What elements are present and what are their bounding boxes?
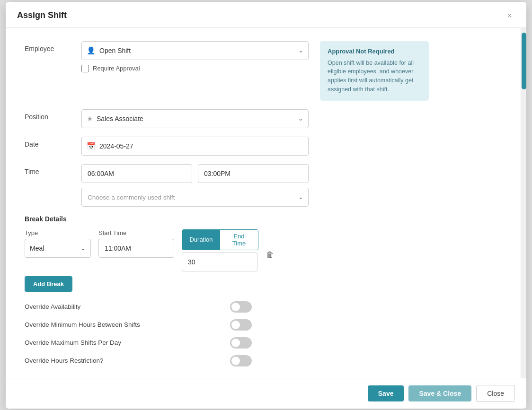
employee-label: Employee [25,41,81,52]
modal-close-icon[interactable]: × [504,10,515,21]
scrollbar-track [521,28,526,378]
time-controls: Choose a commonly used shift ⌄ [81,164,309,207]
employee-chevron-icon: ⌄ [298,47,303,54]
position-select[interactable]: Sales Associate [97,115,298,122]
scrollbar-thumb[interactable] [522,33,526,89]
override-hours-restriction-slider [230,355,252,366]
calendar-icon: 📅 [87,142,96,150]
override-availability-row: Override Availability [25,301,252,313]
star-icon: ★ [87,114,93,123]
require-approval-checkbox[interactable] [81,65,89,72]
override-min-hours-toggle[interactable] [230,319,252,331]
break-fields-row: Type Meal Rest ⌄ Start Time [25,229,507,271]
override-min-hours-row: Override Minimum Hours Between Shifts [25,319,252,331]
break-type-select[interactable]: Meal Rest [30,244,80,252]
date-label: Date [25,137,81,148]
info-box: Approval Not Required Open shift will be… [320,41,429,101]
info-box-text: Open shift will be available for all eli… [328,59,421,94]
position-row: Position ★ Sales Associate ⌄ [25,109,507,128]
position-controls: ★ Sales Associate ⌄ [81,109,309,128]
save-button[interactable]: Save [368,385,404,401]
break-details-title: Break Details [25,215,507,223]
break-type-select-wrapper[interactable]: Meal Rest ⌄ [25,239,91,258]
override-min-hours-slider [230,319,252,331]
overrides-section: Override Availability Override Minimum H… [25,301,507,366]
close-button[interactable]: Close [476,385,515,402]
override-hours-restriction-toggle[interactable] [230,355,252,366]
time-inputs [81,164,309,183]
save-close-button[interactable]: Save & Close [408,385,471,401]
position-label: Position [25,109,81,121]
end-time-button[interactable]: End Time [220,230,258,250]
break-start-col: Start Time [98,229,174,258]
duration-button[interactable]: Duration [182,230,220,250]
break-duration-input[interactable] [182,253,257,271]
break-type-label: Type [25,229,91,236]
date-input-wrapper[interactable]: 📅 [81,137,309,156]
common-shift-wrapper: Choose a commonly used shift ⌄ [81,188,309,207]
modal-header: Assign Shift × [6,2,526,28]
add-break-button[interactable]: Add Break [25,276,72,292]
duration-toggle: Duration End Time [182,229,258,250]
user-icon: 👤 [87,46,96,55]
time-row: Time Choose a commonly used shift ⌄ [25,164,507,207]
employee-row: Employee 👤 Open Shift ⌄ Require Approval [25,41,507,101]
common-shift-select[interactable] [87,193,298,201]
common-shift-chevron-icon: ⌄ [298,193,303,201]
break-delete-col: 🗑 [266,229,274,260]
position-chevron-icon: ⌄ [298,115,303,122]
override-availability-label: Override Availability [25,303,80,310]
sidebar-info: Approval Not Required Open shift will be… [320,41,429,101]
require-approval-row: Require Approval [81,65,309,72]
modal-footer: Save Save & Close Close [6,378,526,409]
date-input[interactable] [99,142,303,150]
assign-shift-modal: Assign Shift × Employee 👤 Open Shift ⌄ [6,2,526,409]
break-details-section: Break Details Type Meal Rest ⌄ [25,215,507,271]
override-max-shifts-toggle[interactable] [230,337,252,349]
override-availability-toggle[interactable] [230,301,252,313]
override-max-shifts-slider [230,337,252,349]
date-controls: 📅 [81,137,309,156]
time-label: Time [25,164,81,175]
break-type-chevron-icon: ⌄ [80,244,86,252]
break-type-col: Type Meal Rest ⌄ [25,229,91,258]
info-box-title: Approval Not Required [328,48,421,55]
override-max-shifts-row: Override Maximum Shifts Per Day [25,337,252,349]
require-approval-label: Require Approval [93,65,140,72]
override-hours-restriction-row: Override Hours Restriction? [25,355,252,366]
modal-main-content: Employee 👤 Open Shift ⌄ Require Approval [6,28,521,378]
break-start-label: Start Time [98,229,174,236]
time-end-input[interactable] [198,164,309,183]
break-delete-button[interactable]: 🗑 [266,250,274,260]
time-start-input[interactable] [81,164,192,183]
employee-select-wrapper[interactable]: 👤 Open Shift ⌄ [81,41,309,60]
date-row: Date 📅 [25,137,507,156]
override-availability-slider [230,301,252,313]
position-select-wrapper[interactable]: ★ Sales Associate ⌄ [81,109,309,128]
override-hours-restriction-label: Override Hours Restriction? [25,357,104,364]
common-shift-select-wrapper[interactable]: Choose a commonly used shift ⌄ [81,188,309,207]
modal-body: Employee 👤 Open Shift ⌄ Require Approval [6,28,526,378]
employee-select[interactable]: Open Shift [99,47,298,54]
break-start-input[interactable] [98,239,174,258]
break-duration-col: Duration End Time [182,229,258,271]
override-max-shifts-label: Override Maximum Shifts Per Day [25,339,121,346]
modal-title: Assign Shift [17,10,67,20]
override-min-hours-label: Override Minimum Hours Between Shifts [25,321,140,328]
